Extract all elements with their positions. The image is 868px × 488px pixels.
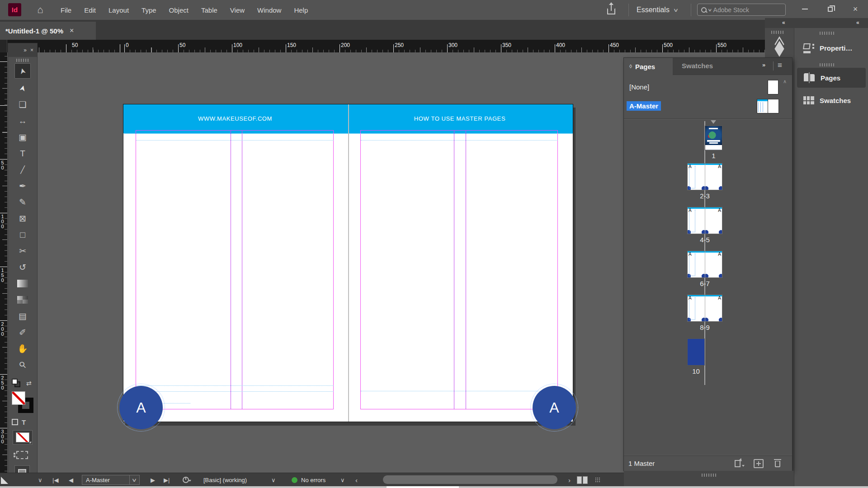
page-thumbnail[interactable]	[705, 126, 722, 150]
dock-button-swatches[interactable]: Swatches	[797, 90, 866, 110]
last-page-button[interactable]: ▶|	[164, 473, 170, 487]
spread-thumbnail[interactable]: AA	[687, 207, 722, 234]
pen-tool[interactable]: ✒	[14, 179, 31, 192]
hand-tool[interactable]: ✋	[14, 342, 31, 355]
chevron-down-icon[interactable]: ∨	[129, 475, 139, 484]
master-thumbnail[interactable]	[768, 80, 778, 94]
layers-icon[interactable]	[772, 40, 787, 54]
menu-item-file[interactable]: File	[54, 6, 78, 14]
line-tool[interactable]: ╱	[14, 163, 31, 176]
fill-swatch-none[interactable]	[12, 391, 25, 405]
spread-thumbnail[interactable]: AA	[687, 163, 722, 190]
expand-panel-icon[interactable]: »	[24, 47, 27, 53]
tab-pages[interactable]: ◊ Pages	[624, 58, 673, 75]
content-collector-tool[interactable]: ▣	[14, 131, 31, 144]
master-marker-circle-right[interactable]: A	[533, 386, 576, 429]
gradient-feather-tool[interactable]	[14, 293, 31, 306]
apply-gradient-icon[interactable]	[16, 451, 28, 459]
edit-page-size-icon[interactable]	[734, 459, 744, 468]
master-label[interactable]: [None]	[627, 82, 652, 92]
chevron-down-icon[interactable]: ∨	[38, 473, 42, 487]
horizontal-ruler[interactable]: 10050050100150200250300350400450500550	[7, 40, 765, 52]
pencil-tool[interactable]: ✎	[14, 196, 31, 209]
page-row-6-7[interactable]: AA6-7	[687, 251, 722, 295]
page-thumbnail[interactable]	[687, 338, 705, 366]
container-icon[interactable]	[12, 419, 18, 425]
home-icon[interactable]: ⌂	[33, 4, 47, 16]
spread-thumbnail[interactable]: AA	[687, 295, 722, 322]
panel-grip[interactable]	[820, 32, 834, 35]
adobe-stock-search-input[interactable]: ∨ Adobe Stock	[697, 4, 786, 16]
minimize-button[interactable]	[792, 0, 817, 18]
collapse-dock-icon[interactable]: «	[782, 19, 785, 26]
tab-swatches[interactable]: Swatches	[682, 62, 713, 70]
direct-selection-tool[interactable]: ➤	[14, 82, 31, 95]
left-page-header-text[interactable]: WWW.MAKEUSEOF.COM	[136, 115, 334, 122]
dock-button-properties[interactable]: Properti…	[797, 38, 866, 58]
panel-grip[interactable]	[702, 474, 716, 477]
rectangle-frame-tool[interactable]: ⊠	[14, 212, 31, 225]
default-fill-stroke-icon[interactable]: ⇄	[12, 379, 33, 389]
type-tool[interactable]: T	[14, 147, 31, 160]
preflight-icon[interactable]	[183, 477, 189, 483]
horizontal-scrollbar[interactable]	[383, 475, 557, 484]
share-icon[interactable]	[606, 5, 618, 15]
delete-page-icon[interactable]	[773, 459, 783, 468]
master-row-a-master[interactable]: A-Master	[624, 97, 792, 116]
zoom-tool[interactable]: ⚲	[14, 358, 31, 371]
gap-tool[interactable]: ↔	[14, 114, 31, 127]
scissors-tool[interactable]: ✂	[14, 244, 31, 258]
text-icon[interactable]: T	[22, 418, 26, 426]
close-panel-icon[interactable]: ×	[30, 47, 33, 53]
menu-item-object[interactable]: Object	[163, 6, 195, 14]
page-row-10[interactable]: 10	[687, 338, 722, 382]
panel-grip[interactable]	[16, 59, 29, 62]
scroll-left-icon[interactable]: ‹	[355, 473, 358, 487]
scroll-up-icon[interactable]: ∧	[783, 79, 787, 84]
right-page-header-text[interactable]: HOW TO USE MASTER PAGES	[361, 115, 559, 122]
note-tool[interactable]: ▤	[14, 310, 31, 323]
dock-button-pages[interactable]: Pages	[797, 68, 866, 88]
page-row-8-9[interactable]: AA8-9	[687, 295, 722, 338]
error-status-label[interactable]: No errors	[301, 473, 326, 487]
panel-menu-icon[interactable]: ≡	[778, 61, 782, 70]
spread-view-icon[interactable]	[577, 476, 589, 484]
collapse-panel-icon[interactable]: »	[762, 61, 765, 68]
menu-item-layout[interactable]: Layout	[102, 6, 135, 14]
close-window-button[interactable]: ×	[843, 0, 868, 18]
selection-tool[interactable]: ➤	[14, 63, 31, 79]
scroll-right-icon[interactable]: ›	[568, 473, 571, 487]
create-new-page-icon[interactable]	[754, 459, 764, 468]
page-tool[interactable]: ❏	[14, 98, 31, 111]
menu-item-help[interactable]: Help	[288, 6, 314, 14]
workspace-switcher[interactable]: Essentials ∨	[637, 0, 678, 20]
preflight-profile-label[interactable]: [Basic] (working)	[203, 473, 247, 487]
menu-item-view[interactable]: View	[224, 6, 251, 14]
fill-stroke-indicator[interactable]	[12, 391, 34, 414]
chevron-down-icon[interactable]: ∨	[271, 473, 276, 487]
page-row-1[interactable]: 1	[687, 120, 722, 163]
close-tab-icon[interactable]: ×	[70, 27, 74, 35]
rectangle-tool[interactable]: □	[14, 228, 31, 241]
restore-button[interactable]	[817, 0, 843, 18]
document-spread[interactable]: WWW.MAKEUSEOF.COM HOW TO USE MASTER PAGE…	[123, 104, 573, 422]
page-row-2-3[interactable]: AA2-3	[687, 163, 722, 207]
eyedropper-tool[interactable]: ✐	[14, 326, 31, 339]
apply-none-button[interactable]	[13, 430, 33, 445]
ruler-origin-box[interactable]	[0, 40, 7, 52]
chevron-down-icon[interactable]: ∨	[340, 473, 345, 487]
spread-thumbnail[interactable]: AA	[687, 251, 722, 278]
menu-item-edit[interactable]: Edit	[78, 6, 102, 14]
formatting-affects-toggle[interactable]: T	[12, 418, 33, 427]
first-page-button[interactable]: |◀	[52, 473, 58, 487]
previous-page-button[interactable]: ◀	[69, 473, 73, 487]
master-label[interactable]: A-Master	[627, 101, 661, 111]
gradient-swatch-tool[interactable]	[14, 277, 31, 290]
vertical-ruler[interactable]: 50100150200250300	[0, 52, 7, 473]
page-row-4-5[interactable]: AA4-5	[687, 207, 722, 251]
document-tab[interactable]: *Untitled-1 @ 50% ×	[0, 22, 96, 40]
master-row-none[interactable]: [None]	[624, 78, 792, 97]
resize-grip[interactable]	[595, 477, 600, 483]
menu-item-table[interactable]: Table	[195, 6, 224, 14]
menu-item-window[interactable]: Window	[251, 6, 288, 14]
